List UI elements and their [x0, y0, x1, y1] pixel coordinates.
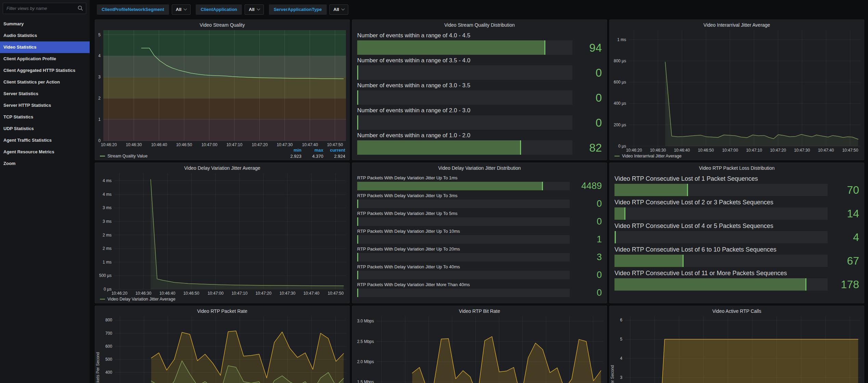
bar-gauge-value: 70 [832, 184, 859, 195]
x-axis-label: 10:47:00 [202, 142, 218, 147]
bar-gauge-item: Video RTP Consecutive Lost of 11 or More… [614, 270, 859, 291]
bar-gauge-track [357, 65, 572, 80]
bar-gauge-track [357, 40, 572, 55]
panel-title[interactable]: Video RTP Packet Loss Distribution [610, 163, 864, 173]
filter-dropdown-client-application[interactable]: All [245, 4, 264, 15]
panel-title[interactable]: Video Stream Quality [95, 20, 349, 30]
bar-gauge-fill [357, 271, 358, 279]
sidebar-item-audio-statistics[interactable]: Audio Statistics [0, 30, 90, 41]
sidebar-item-server-statistics[interactable]: Server Statistics [0, 88, 90, 100]
x-axis-label: 10:46:50 [183, 291, 199, 296]
sidebar-item-client-application-profile[interactable]: Client Application Profile [0, 53, 90, 65]
bar-gauge-value: 0 [574, 270, 602, 280]
search-input[interactable] [3, 3, 86, 14]
bar-gauge-track [357, 289, 570, 297]
sidebar-nav: SummaryAudio StatisticsVideo StatisticsC… [0, 18, 90, 169]
y-axis-label: 5 [610, 337, 622, 342]
sidebar-item-client-statistics-per-action[interactable]: Client Statistics per Action [0, 76, 90, 88]
y-axis-label: 4 ms [95, 178, 112, 183]
panel-title[interactable]: Video RTP Packet Rate [95, 306, 349, 316]
bar-gauge-track [614, 207, 828, 220]
panel-video-delay-variation-jitter-distribution: Video Delay Variation Jitter Distributio… [352, 163, 607, 303]
bar-gauge-track [614, 184, 828, 196]
bar-gauge-track [357, 200, 570, 208]
panel-title[interactable]: Video Interarrival Jitter Average [610, 20, 864, 30]
bar-gauge-fill [357, 40, 545, 55]
panel-title[interactable]: Video Delay Variation Jitter Average [95, 163, 349, 173]
bar-gauge-track [357, 271, 570, 279]
x-axis-label: 10:46:20 [626, 148, 642, 153]
bar-gauge-track [357, 140, 572, 155]
x-axis-label: 10:47:20 [252, 142, 268, 147]
timeseries-chart[interactable]: 3.0 Mbps2.5 Mbps2.0 Mbps1.5 Mbps10:46:20… [352, 316, 607, 383]
y-axis-label: 4 [95, 53, 101, 58]
timeseries-chart[interactable]: 4 ms4 ms3 ms3 ms2 ms2 ms1 ms500 µs0 µs10… [95, 173, 349, 303]
bar-gauge-value: 1 [574, 235, 602, 244]
sidebar-item-zoom[interactable]: Zoom [0, 158, 90, 169]
y-axis-label: 0 µs [95, 287, 112, 292]
panel-title[interactable]: Video Stream Quality Distribution [352, 20, 607, 30]
y-axis-label: 5 [95, 33, 101, 37]
sidebar-item-udp-statistics[interactable]: UDP Statistics [0, 123, 90, 135]
bar-gauge-fill [614, 207, 625, 220]
panel-body: Per Second654310:46:2010:46:3010:46:4010… [610, 316, 864, 383]
timeseries-chart[interactable]: 54321010:46:2010:46:3010:46:4010:46:5010… [95, 30, 349, 160]
panel-video-rtp-packet-loss-distribution: Video RTP Packet Loss Distribution Video… [609, 163, 864, 303]
y-axis-label: 3 ms [95, 205, 112, 210]
bar-gauge-label: Number of events within a range of 3.0 -… [357, 82, 602, 89]
y-axis-label: 4 ms [95, 192, 112, 197]
bar-gauge-list: Number of events within a range of 4.0 -… [357, 32, 602, 158]
stat-min: 2.923 [280, 154, 301, 159]
filter-label-client-application[interactable]: ClientApplication [196, 4, 242, 15]
filter-label-client-profile-network-segment[interactable]: ClientProfileNetworkSegment [97, 4, 169, 15]
bar-gauge-value: 0 [574, 199, 602, 208]
x-axis-label: 10:47:40 [302, 142, 318, 147]
legend-item[interactable]: Video Delay Variation Jitter Average [100, 297, 176, 302]
panel-title[interactable]: Video RTP Bit Rate [352, 306, 607, 316]
filter-dropdown-server-application-type[interactable]: All [329, 4, 349, 15]
bar-gauge-list: Video RTP Consecutive Lost of 1 Packet S… [614, 175, 859, 302]
y-axis-label: 1 [95, 117, 101, 122]
timeseries-chart[interactable]: 1 ms800 µs600 µs400 µs200 µs0 µs10:46:20… [610, 30, 864, 160]
legend-stats-values: 2.923 4.370 2.924 [280, 154, 345, 159]
timeseries-chart[interactable]: Per Second654310:46:2010:46:3010:46:4010… [610, 316, 864, 383]
series-color-dash [100, 299, 105, 299]
filter-dropdown-client-profile-network-segment[interactable]: All [172, 4, 191, 15]
bar-gauge-label: Number of events within a range of 3.5 -… [357, 57, 602, 64]
sidebar-item-agent-traffic-statistics[interactable]: Agent Traffic Statistics [0, 135, 90, 146]
y-axis-label: 0 [95, 138, 101, 143]
bar-gauge-value: 0 [577, 117, 602, 128]
chart-svg: Packets Per Second [95, 316, 349, 383]
bar-gauge-item: Video RTP Consecutive Lost of 1 Packet S… [614, 175, 859, 196]
legend-item[interactable]: Stream Quality Value [100, 154, 147, 158]
timeseries-chart[interactable]: Packets Per Second80070060050040010:46:2… [95, 316, 349, 383]
bar-gauge-label: Video RTP Consecutive Lost of 2 or 3 Pac… [614, 199, 859, 206]
y-axis-label: 4 [610, 356, 622, 361]
y-axis-label: 400 [95, 370, 112, 375]
x-axis-label: 10:46:30 [135, 291, 152, 296]
filter-label-server-application-type[interactable]: ServerApplicationType [269, 4, 327, 15]
view-filter-search[interactable] [3, 3, 86, 14]
panel-title[interactable]: Video Delay Variation Jitter Distributio… [352, 163, 607, 173]
bar-gauge-track [614, 278, 828, 291]
x-axis-label: 10:47:40 [818, 148, 834, 153]
x-axis-label: 10:47:30 [794, 148, 810, 153]
bar-gauge-fill [357, 253, 358, 261]
bar-gauge-value: 67 [832, 255, 859, 266]
stat-header-current: current [323, 148, 345, 153]
sidebar-item-tcp-statistics[interactable]: TCP Statistics [0, 111, 90, 123]
sidebar-item-agent-resource-metrics[interactable]: Agent Resource Metrics [0, 146, 90, 158]
sidebar-item-client-aggregated-http-statistics[interactable]: Client Aggregated HTTP Statistics [0, 65, 90, 76]
x-axis-label: 10:46:20 [101, 142, 117, 147]
bar-gauge-item: Number of events within a range of 2.0 -… [357, 107, 602, 130]
panel-body: 54321010:46:2010:46:3010:46:4010:46:5010… [95, 30, 349, 160]
panel-video-rtp-packet-rate: Video RTP Packet Rate Packets Per Second… [95, 306, 350, 383]
sidebar-item-video-statistics[interactable]: Video Statistics [0, 41, 90, 53]
legend-item[interactable]: Video Interarrival Jitter Average [614, 154, 682, 158]
bar-gauge-fill [357, 65, 358, 80]
bar-gauge-fill [357, 140, 521, 155]
sidebar-item-server-http-statistics[interactable]: Server HTTP Statistics [0, 100, 90, 111]
bar-gauge-item: Video RTP Consecutive Lost of 4 or 5 Pac… [614, 222, 859, 243]
sidebar-item-summary[interactable]: Summary [0, 18, 90, 30]
panel-title[interactable]: Video Active RTP Calls [610, 306, 864, 316]
